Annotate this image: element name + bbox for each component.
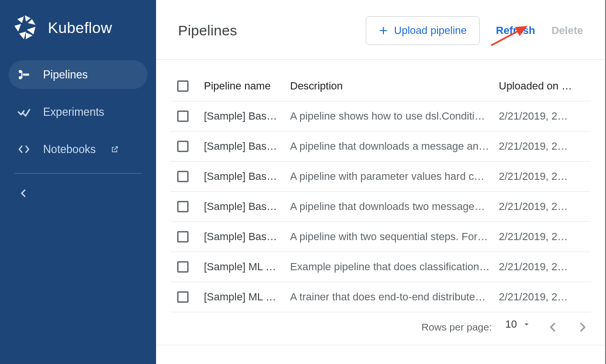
prev-page-button[interactable]	[545, 319, 561, 335]
table-header: Pipeline name Description Uploaded on	[170, 71, 591, 101]
pipelines-icon	[17, 68, 31, 81]
sidebar: Kubeflow Pipelines Experiments	[0, 0, 156, 364]
cell-name: [Sample] Bas…	[204, 170, 290, 183]
svg-marker-5	[19, 32, 26, 39]
plus-icon	[379, 26, 388, 35]
svg-marker-6	[26, 33, 33, 39]
caret-down-icon	[522, 320, 531, 329]
sidebar-nav: Pipelines Experiments Notebooks	[0, 60, 156, 164]
column-uploaded[interactable]: Uploaded on	[499, 80, 584, 92]
cell-uploaded: 2/21/2019, 2…	[499, 261, 584, 273]
table-row[interactable]: [Sample] ML …A trainer that does end-to-…	[170, 282, 591, 312]
table-row[interactable]: [Sample] Bas…A pipeline that downloads a…	[170, 132, 591, 162]
rows-per-page-label: Rows per page:	[421, 321, 492, 333]
svg-marker-2	[17, 16, 24, 23]
experiments-icon	[17, 105, 31, 119]
cell-uploaded: 2/21/2019, 2…	[499, 200, 584, 213]
cell-description: A pipeline with two sequential steps. Fo…	[290, 231, 499, 243]
svg-marker-1	[28, 19, 35, 25]
svg-marker-3	[14, 24, 21, 32]
cell-uploaded: 2/21/2019, 2…	[499, 170, 584, 183]
table-row[interactable]: [Sample] ML …Example pipeline that does …	[170, 252, 591, 282]
pagination: Rows per page: 10	[156, 312, 605, 345]
brand: Kubeflow	[0, 14, 156, 60]
svg-rect-10	[22, 71, 22, 78]
cell-name: [Sample] ML …	[204, 291, 290, 303]
notebooks-icon	[17, 143, 31, 156]
column-name[interactable]: Pipeline name	[204, 80, 290, 92]
delete-button: Delete	[551, 24, 583, 37]
row-checkbox[interactable]	[177, 201, 189, 212]
row-checkbox[interactable]	[177, 171, 189, 182]
page-title: Pipelines	[178, 22, 237, 39]
table-row[interactable]: [Sample] Bas…A pipeline shows how to use…	[170, 101, 591, 132]
cell-description: A pipeline that downloads two messages i…	[290, 200, 499, 213]
main: Pipelines Upload pipeline Refresh Delete…	[156, 0, 605, 364]
cell-name: [Sample] Bas…	[204, 231, 290, 243]
toolbar: Pipelines Upload pipeline Refresh Delete	[156, 0, 605, 60]
brand-name: Kubeflow	[48, 19, 112, 37]
kubeflow-logo-icon	[11, 14, 38, 41]
sidebar-item-notebooks[interactable]: Notebooks	[9, 135, 147, 164]
cell-description: A pipeline that downloads a message and …	[290, 140, 499, 153]
cell-uploaded: 2/21/2019, 2…	[499, 291, 584, 303]
svg-rect-9	[23, 74, 29, 76]
svg-marker-0	[25, 15, 31, 22]
sidebar-item-label: Notebooks	[43, 143, 96, 156]
next-page-button[interactable]	[574, 319, 591, 335]
row-checkbox[interactable]	[177, 141, 189, 152]
table-body: [Sample] Bas…A pipeline shows how to use…	[170, 101, 591, 312]
rows-per-page-value: 10	[505, 318, 517, 331]
cell-description: A pipeline shows how to use dsl.Conditio…	[290, 110, 499, 122]
cell-name: [Sample] ML …	[204, 261, 290, 273]
cell-description: A trainer that does end-to-end distribut…	[290, 291, 499, 303]
cell-uploaded: 2/21/2019, 2…	[499, 140, 584, 153]
sidebar-item-experiments[interactable]: Experiments	[9, 98, 147, 126]
collapse-sidebar-button[interactable]	[0, 174, 156, 213]
cell-description: A pipeline with parameter values hard co…	[290, 170, 499, 183]
sidebar-item-pipelines[interactable]: Pipelines	[9, 60, 147, 89]
sidebar-item-label: Experiments	[43, 106, 104, 119]
cell-name: [Sample] Bas…	[204, 110, 290, 122]
sidebar-item-label: Pipelines	[43, 68, 88, 81]
rows-per-page-select[interactable]: 10	[505, 318, 531, 331]
table-row[interactable]: [Sample] Bas…A pipeline with parameter v…	[170, 162, 591, 192]
cell-name: [Sample] Bas…	[204, 140, 290, 153]
column-uploaded-label: Uploaded on	[499, 80, 559, 92]
pipelines-table: Pipeline name Description Uploaded on [S…	[156, 60, 605, 312]
table-row[interactable]: [Sample] Bas…A pipeline with two sequent…	[170, 222, 591, 252]
row-checkbox[interactable]	[177, 110, 189, 122]
cell-uploaded: 2/21/2019, 2…	[499, 110, 584, 122]
cell-uploaded: 2/21/2019, 2…	[499, 231, 584, 243]
upload-pipeline-button[interactable]: Upload pipeline	[366, 16, 480, 45]
select-all-checkbox[interactable]	[177, 80, 189, 92]
row-checkbox[interactable]	[177, 291, 189, 303]
cell-name: [Sample] Bas…	[204, 200, 290, 213]
toolbar-actions: Upload pipeline Refresh Delete	[366, 16, 583, 45]
table-row[interactable]: [Sample] Bas…A pipeline that downloads t…	[170, 192, 591, 222]
external-link-icon	[111, 145, 119, 153]
row-checkbox[interactable]	[177, 231, 189, 243]
refresh-button[interactable]: Refresh	[496, 24, 535, 37]
svg-marker-4	[27, 27, 35, 34]
cell-description: Example pipeline that does classificatio…	[290, 261, 499, 273]
arrow-down-icon	[566, 81, 576, 90]
column-description[interactable]: Description	[290, 80, 499, 92]
upload-label: Upload pipeline	[394, 24, 467, 37]
row-checkbox[interactable]	[177, 261, 189, 273]
